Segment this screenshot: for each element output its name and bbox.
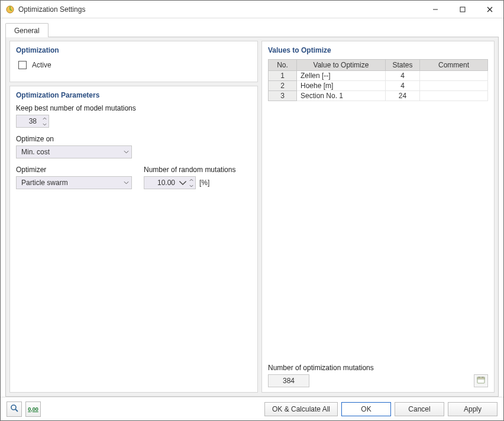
ok-button[interactable]: OK — [341, 402, 391, 416]
titlebar: Optimization Settings — [1, 1, 503, 18]
window-title: Optimization Settings — [18, 5, 422, 14]
col-value[interactable]: Value to Optimize — [297, 60, 386, 71]
optimization-title: Optimization — [16, 46, 251, 54]
cell-states[interactable]: 4 — [386, 81, 420, 91]
optimize-on-select[interactable]: Min. cost — [16, 145, 132, 158]
tab-general[interactable]: General — [5, 23, 49, 37]
content-area: General Optimization Active Optimization… — [1, 18, 503, 397]
cancel-button[interactable]: Cancel — [395, 402, 444, 416]
svg-rect-2 — [460, 7, 465, 12]
page-body: Optimization Active Optimization Paramet… — [5, 37, 499, 397]
active-checkbox-row[interactable]: Active — [16, 59, 51, 71]
apply-button[interactable]: Apply — [448, 402, 497, 416]
table-row[interactable]: 3 Section No. 1 24 — [269, 91, 488, 101]
spinner-arrows — [187, 177, 195, 189]
ok-calculate-button[interactable]: OK & Calculate All — [264, 402, 338, 416]
tab-row: General — [5, 23, 499, 37]
active-label: Active — [32, 61, 51, 69]
app-icon — [5, 5, 15, 14]
cell-comment[interactable] — [420, 81, 488, 91]
table-row[interactable]: 2 Hoehe [m] 4 — [269, 81, 488, 91]
table-row[interactable]: 1 Zellen [--] 4 — [269, 71, 488, 81]
keep-best-value: 38 — [17, 117, 40, 125]
svg-line-10 — [15, 409, 18, 412]
parameters-panel: Optimization Parameters Keep best number… — [9, 86, 258, 393]
random-mutations-spinner[interactable]: 10.00 — [144, 176, 196, 189]
parameters-title: Optimization Parameters — [16, 91, 251, 99]
active-checkbox[interactable] — [18, 61, 27, 69]
optimizer-select[interactable]: Particle swarm — [16, 176, 132, 189]
keep-best-spinner[interactable]: 38 — [16, 115, 49, 128]
spin-down-icon[interactable] — [187, 183, 195, 189]
chevron-down-icon — [121, 181, 131, 184]
spin-up-icon[interactable] — [40, 115, 49, 121]
cancel-label: Cancel — [408, 405, 430, 413]
cell-no: 2 — [269, 81, 297, 91]
values-panel: Values to Optimize No. Value to Optimize… — [261, 41, 495, 393]
optimize-on-label: Optimize on — [16, 135, 251, 143]
cell-value[interactable]: Hoehe [m] — [297, 81, 386, 91]
units-icon: 0,00 — [28, 406, 38, 412]
optimize-on-value: Min. cost — [17, 148, 54, 156]
maximize-button[interactable] — [449, 1, 476, 18]
magnifier-icon — [10, 404, 18, 414]
col-comment[interactable]: Comment — [420, 60, 488, 71]
optimizer-and-random-row: Optimizer Particle swarm Number of rando… — [16, 166, 251, 196]
chevron-down-icon[interactable] — [179, 179, 187, 187]
cell-no: 1 — [269, 71, 297, 81]
cell-value[interactable]: Zellen [--] — [297, 71, 386, 81]
spinner-arrows — [40, 115, 49, 127]
cell-states[interactable]: 24 — [386, 91, 420, 101]
mutation-count-row: Number of optimization mutations 384 — [268, 359, 488, 387]
ok-calculate-label: OK & Calculate All — [272, 405, 330, 413]
random-mutations-label: Number of random mutations — [144, 166, 235, 174]
cell-comment[interactable] — [420, 91, 488, 101]
mutation-count-label: Number of optimization mutations — [268, 364, 374, 372]
svg-rect-6 — [477, 377, 484, 379]
col-no[interactable]: No. — [269, 60, 297, 71]
cell-states[interactable]: 4 — [386, 71, 420, 81]
tab-general-label: General — [14, 27, 40, 35]
values-table-wrap: No. Value to Optimize States Comment 1 Z… — [268, 59, 488, 359]
window-controls — [422, 1, 503, 18]
ok-label: OK — [361, 405, 371, 413]
random-mutations-row: Number of random mutations 10.00 — [144, 166, 235, 189]
left-column: Optimization Active Optimization Paramet… — [9, 41, 258, 393]
spin-down-icon[interactable] — [40, 121, 49, 127]
cell-no: 3 — [269, 91, 297, 101]
svg-point-9 — [11, 405, 16, 410]
spin-up-icon[interactable] — [187, 177, 195, 183]
mutation-count-value: 384 — [268, 374, 309, 387]
apply-label: Apply — [464, 405, 482, 413]
close-button[interactable] — [476, 1, 503, 18]
calendar-icon — [477, 376, 485, 386]
random-mutations-unit: [%] — [199, 179, 209, 187]
values-title: Values to Optimize — [268, 46, 488, 54]
cell-comment[interactable] — [420, 71, 488, 81]
optimizer-label: Optimizer — [16, 166, 132, 174]
minimize-button[interactable] — [422, 1, 449, 18]
right-column: Values to Optimize No. Value to Optimize… — [261, 41, 495, 393]
units-button[interactable]: 0,00 — [25, 401, 41, 417]
optimization-panel: Optimization Active — [9, 41, 258, 82]
random-mutations-value: 10.00 — [144, 179, 179, 187]
col-states[interactable]: States — [386, 60, 420, 71]
keep-best-row: Keep best number of model mutations 38 — [16, 104, 251, 128]
values-table[interactable]: No. Value to Optimize States Comment 1 Z… — [268, 59, 488, 101]
mutation-count-block: Number of optimization mutations 384 — [268, 364, 374, 387]
optimizer-row: Optimizer Particle swarm — [16, 166, 132, 189]
chevron-down-icon — [121, 150, 131, 154]
table-header-row: No. Value to Optimize States Comment — [269, 60, 488, 71]
dialog-window: Optimization Settings General Optimizati… — [0, 0, 504, 421]
optimizer-value: Particle swarm — [17, 179, 73, 187]
footer: 0,00 OK & Calculate All OK Cancel Apply — [1, 397, 503, 420]
optimize-on-row: Optimize on Min. cost — [16, 135, 251, 158]
calendar-button[interactable] — [474, 374, 488, 387]
cell-value[interactable]: Section No. 1 — [297, 91, 386, 101]
keep-best-label: Keep best number of model mutations — [16, 104, 251, 112]
help-button[interactable] — [7, 401, 22, 417]
